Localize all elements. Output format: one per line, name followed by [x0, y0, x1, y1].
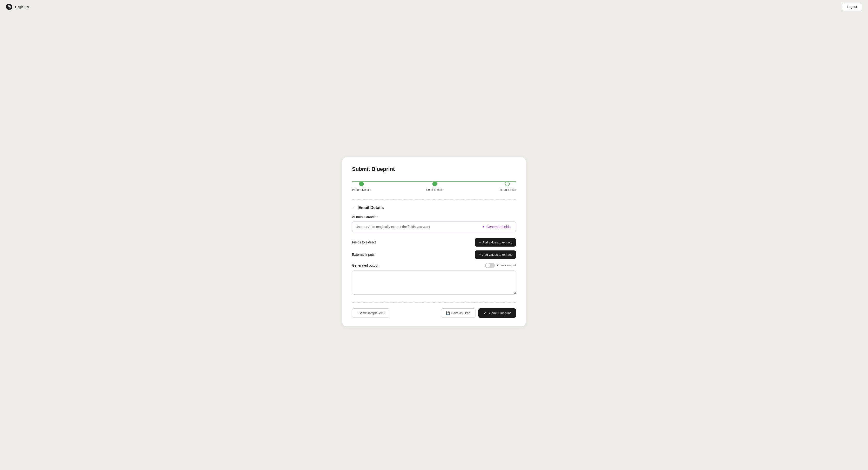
external-inputs-row: External Inputs + Add values to extract: [352, 251, 516, 259]
svg-point-1: [8, 6, 10, 7]
section-title: Email Details: [358, 205, 384, 210]
generate-fields-label: Generate Fields: [486, 225, 510, 229]
add-external-label: Add values to extract: [483, 253, 512, 257]
logo-text: registry: [15, 4, 29, 9]
stepper-step-2: Email Details: [426, 181, 443, 192]
toggle-label: Private output: [497, 263, 516, 267]
add-fields-label: Add values to extract: [483, 240, 512, 244]
toggle-knob: [486, 263, 490, 268]
view-sample-button[interactable]: + View sample .eml: [352, 309, 390, 318]
add-external-icon: +: [479, 253, 481, 257]
main-content: Submit Blueprint Pattern Details Email D…: [0, 13, 868, 470]
ai-extraction-label: AI auto extraction: [352, 215, 516, 219]
stepper-step-1: Pattern Details: [352, 181, 371, 192]
toggle-wrapper: Private output: [485, 263, 516, 268]
header: registry Logout: [0, 0, 868, 13]
step-label-3: Extract Fields: [498, 188, 516, 192]
save-draft-icon: 💾: [446, 311, 450, 315]
divider-top: [352, 199, 516, 200]
add-external-inputs-button[interactable]: + Add values to extract: [475, 251, 516, 259]
card-title: Submit Blueprint: [352, 166, 516, 172]
ai-extraction-input[interactable]: [355, 223, 478, 231]
submit-blueprint-card: Submit Blueprint Pattern Details Email D…: [342, 157, 526, 326]
sparkle-icon: ✦: [482, 225, 485, 229]
private-output-toggle[interactable]: [485, 263, 495, 268]
stepper-step-3: Extract Fields: [498, 181, 516, 192]
external-inputs-label: External Inputs: [352, 253, 374, 257]
submit-label: Submit Blueprint: [488, 311, 511, 315]
logo-icon: [6, 3, 12, 10]
logout-button[interactable]: Logout: [842, 3, 862, 11]
step-dot-3: [505, 181, 510, 186]
footer-right: 💾 Save as Draft ✓ Submit Blueprint: [441, 309, 516, 318]
generated-output-section: Generated output Private output: [352, 263, 516, 296]
step-label-1: Pattern Details: [352, 188, 371, 192]
submit-blueprint-button[interactable]: ✓ Submit Blueprint: [478, 309, 516, 318]
step-dot-2: [432, 181, 437, 186]
save-draft-label: Save as Draft: [452, 311, 470, 315]
add-fields-to-extract-button[interactable]: + Add values to extract: [475, 238, 516, 246]
stepper-steps: Pattern Details Email Details Extract Fi…: [352, 181, 516, 192]
ai-input-wrapper: ✦ Generate Fields: [352, 221, 516, 232]
generate-fields-button[interactable]: ✦ Generate Fields: [478, 223, 515, 231]
generated-output-textarea[interactable]: [352, 270, 516, 295]
generated-output-label: Generated output: [352, 263, 378, 267]
stepper: Pattern Details Email Details Extract Fi…: [352, 179, 516, 192]
fields-to-extract-label: Fields to extract: [352, 240, 376, 244]
step-label-2: Email Details: [426, 188, 443, 192]
stepper-track: Pattern Details Email Details Extract Fi…: [352, 179, 516, 192]
fields-to-extract-row: Fields to extract + Add values to extrac…: [352, 238, 516, 246]
submit-icon: ✓: [484, 311, 486, 315]
card-footer: + View sample .eml 💾 Save as Draft ✓ Sub…: [352, 302, 516, 318]
section-header: ← Email Details: [352, 205, 516, 210]
logo: registry: [6, 3, 29, 10]
output-header: Generated output Private output: [352, 263, 516, 268]
add-fields-icon: +: [479, 240, 481, 244]
save-draft-button[interactable]: 💾 Save as Draft: [441, 309, 475, 318]
step-dot-1: [359, 181, 364, 186]
back-arrow-icon[interactable]: ←: [352, 206, 356, 210]
